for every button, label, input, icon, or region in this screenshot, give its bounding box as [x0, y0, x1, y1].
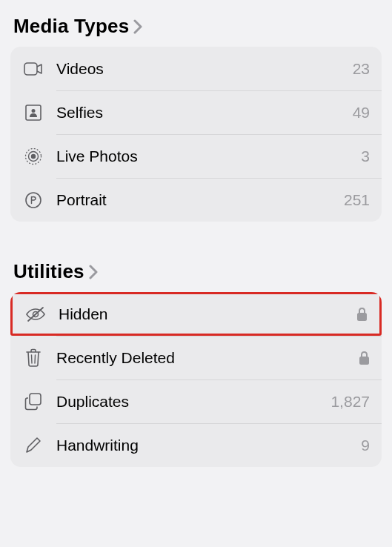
list-item-recently-deleted[interactable]: Recently Deleted: [10, 336, 382, 379]
list-item-handwriting[interactable]: Handwriting 9: [10, 423, 382, 467]
item-label: Live Photos: [56, 147, 361, 165]
media-types-section: Media Types Videos 23: [0, 0, 392, 222]
chevron-right-icon: [89, 265, 99, 279]
video-icon: [22, 62, 44, 76]
svg-point-3: [31, 153, 36, 158]
hidden-icon: [24, 306, 47, 322]
list-item-selfies[interactable]: Selfies 49: [10, 90, 382, 134]
trash-icon: [22, 348, 44, 368]
item-label: Hidden: [59, 305, 356, 323]
item-value: 49: [353, 104, 370, 122]
utilities-title: Utilities: [13, 260, 84, 283]
list-item-videos[interactable]: Videos 23: [10, 47, 382, 90]
lock-icon: [359, 351, 370, 365]
duplicates-icon: [22, 393, 44, 411]
svg-line-11: [35, 355, 36, 363]
utilities-header[interactable]: Utilities: [10, 245, 382, 292]
item-label: Videos: [56, 60, 353, 78]
svg-rect-13: [30, 394, 41, 405]
item-value: 23: [353, 60, 370, 78]
live-photos-icon: [22, 147, 44, 165]
svg-point-2: [32, 109, 36, 113]
media-types-header[interactable]: Media Types: [10, 0, 382, 47]
chevron-right-icon: [133, 19, 143, 34]
item-label: Selfies: [56, 104, 353, 122]
item-value: 9: [361, 437, 370, 454]
item-label: Duplicates: [56, 393, 330, 411]
utilities-list: Hidden Recently Deleted: [10, 292, 382, 467]
svg-rect-0: [24, 63, 37, 75]
list-item-live-photos[interactable]: Live Photos 3: [10, 134, 382, 178]
list-item-hidden[interactable]: Hidden: [10, 292, 382, 336]
item-value: 3: [361, 147, 370, 165]
svg-line-10: [32, 355, 33, 363]
media-types-title: Media Types: [13, 15, 129, 38]
item-value: 1,827: [330, 393, 370, 411]
item-value: 251: [344, 191, 370, 209]
item-label: Handwriting: [56, 437, 361, 454]
portrait-icon: [22, 191, 44, 209]
list-item-duplicates[interactable]: Duplicates 1,827: [10, 379, 382, 423]
selfies-icon: [22, 105, 44, 121]
utilities-section: Utilities Hidden: [0, 245, 392, 467]
svg-rect-9: [357, 313, 367, 321]
lock-icon: [356, 307, 368, 322]
list-item-portrait[interactable]: Portrait 251: [10, 178, 382, 222]
item-label: Portrait: [56, 191, 344, 209]
media-types-list: Videos 23 Selfies 49 Liv: [10, 47, 382, 222]
item-label: Recently Deleted: [56, 349, 359, 367]
handwriting-icon: [22, 437, 44, 454]
svg-rect-12: [359, 357, 369, 365]
